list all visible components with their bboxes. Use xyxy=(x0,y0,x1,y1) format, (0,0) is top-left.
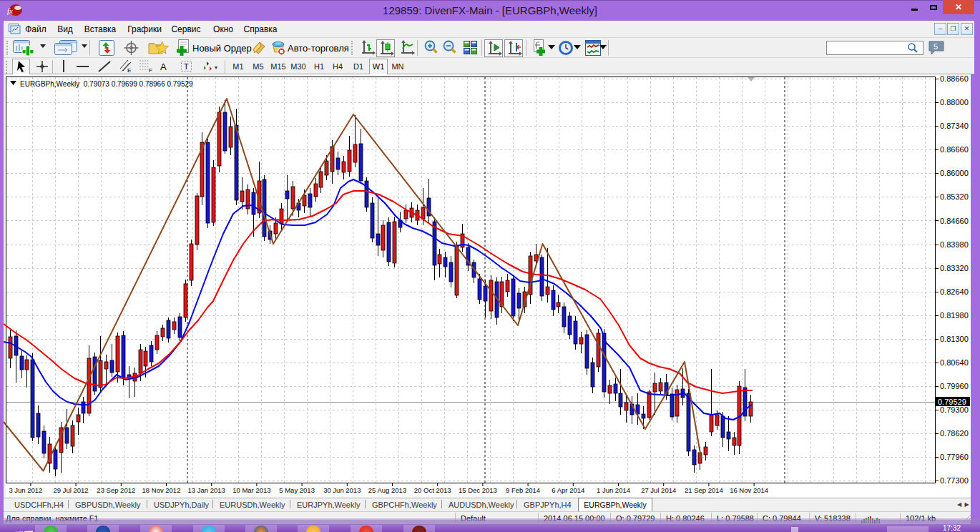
svg-text:0.86660: 0.86660 xyxy=(940,145,969,154)
svg-text:0.80640: 0.80640 xyxy=(940,358,969,367)
svg-text:0.83320: 0.83320 xyxy=(940,264,969,272)
svg-text:23 Sep 2012: 23 Sep 2012 xyxy=(97,486,135,494)
svg-text:20 Oct 2013: 20 Oct 2013 xyxy=(414,486,451,494)
svg-text:6 Apr 2014: 6 Apr 2014 xyxy=(552,486,584,494)
svg-text:0.84660: 0.84660 xyxy=(940,217,969,225)
svg-text:0.86000: 0.86000 xyxy=(940,169,969,177)
svg-text:0.78620: 0.78620 xyxy=(940,429,969,438)
svg-text:0.85320: 0.85320 xyxy=(940,192,969,201)
svg-text:0.88660: 0.88660 xyxy=(940,74,969,83)
svg-text:0.79529: 0.79529 xyxy=(938,398,966,406)
svg-text:0.81300: 0.81300 xyxy=(940,335,969,343)
svg-text:EURGBPh,Weekly 0.79073 0.7969: EURGBPh,Weekly 0.79073 0.79699 0.78966 0… xyxy=(20,80,193,88)
svg-text:10 Mar 2013: 10 Mar 2013 xyxy=(232,486,270,494)
svg-text:T: T xyxy=(184,62,189,71)
svg-text:F: F xyxy=(149,67,152,73)
svg-text:25 Aug 2013: 25 Aug 2013 xyxy=(368,486,406,494)
svg-text:0.82640: 0.82640 xyxy=(940,287,969,296)
svg-text:27 Jul 2014: 27 Jul 2014 xyxy=(641,486,676,494)
svg-text:5: 5 xyxy=(934,42,938,51)
svg-text:0.77300: 0.77300 xyxy=(940,476,969,485)
svg-text:0.88000: 0.88000 xyxy=(940,98,969,107)
svg-text:3 Jun 2012: 3 Jun 2012 xyxy=(9,486,42,494)
svg-text:13 Jan 2013: 13 Jan 2013 xyxy=(188,486,225,494)
svg-text:0.81980: 0.81980 xyxy=(940,311,969,320)
svg-text:1 Jun 2014: 1 Jun 2014 xyxy=(597,486,630,494)
svg-text:0.79300: 0.79300 xyxy=(940,405,969,414)
svg-text:21 Sep 2014: 21 Sep 2014 xyxy=(685,486,723,494)
svg-text:18 Nov 2012: 18 Nov 2012 xyxy=(142,486,181,494)
svg-text:0.83980: 0.83980 xyxy=(940,240,969,249)
svg-text:9 Feb 2014: 9 Feb 2014 xyxy=(506,486,540,494)
svg-text:5 May 2013: 5 May 2013 xyxy=(279,486,315,494)
svg-text:15 Dec 2013: 15 Dec 2013 xyxy=(459,486,497,494)
svg-text:30 Jun 2013: 30 Jun 2013 xyxy=(323,486,361,494)
svg-text:0.87340: 0.87340 xyxy=(940,122,969,130)
svg-text:0.79960: 0.79960 xyxy=(940,382,969,390)
svg-text:29 Jul 2012: 29 Jul 2012 xyxy=(54,486,89,494)
svg-text:E: E xyxy=(127,67,131,73)
svg-text:16 Nov 2014: 16 Nov 2014 xyxy=(730,486,768,494)
svg-text:0.77960: 0.77960 xyxy=(940,453,969,461)
